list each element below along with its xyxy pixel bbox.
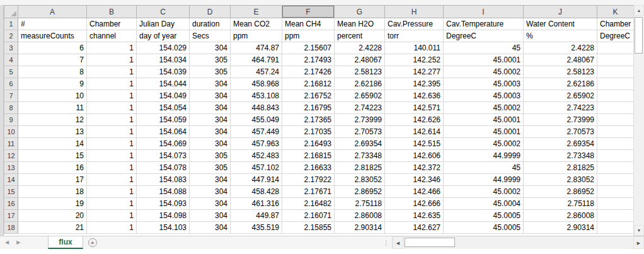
column-header-C[interactable]: C: [137, 6, 190, 18]
cell-G7[interactable]: 2.65902: [335, 90, 385, 102]
row-header-14[interactable]: 14: [4, 174, 18, 186]
cell-E4[interactable]: 464.791: [231, 54, 282, 66]
cell-C1[interactable]: Julian Day: [137, 18, 190, 30]
cell-C16[interactable]: 154.093: [137, 198, 190, 210]
cell-I10[interactable]: 45.0001: [444, 126, 524, 138]
cell-J5[interactable]: 2.58123: [524, 66, 597, 78]
cell-K2[interactable]: DegreeC: [597, 30, 634, 42]
cell-B6[interactable]: 1: [87, 78, 137, 90]
cell-D11[interactable]: 304: [190, 138, 231, 150]
cell-A16[interactable]: 19: [18, 198, 87, 210]
row-header-8[interactable]: 8: [4, 102, 18, 114]
cell-J11[interactable]: 2.69354: [524, 138, 597, 150]
cell-I12[interactable]: 44.9999: [444, 150, 524, 162]
cell-K16[interactable]: [597, 198, 634, 210]
cell-C3[interactable]: 154.029: [137, 42, 190, 54]
cell-B11[interactable]: 1: [87, 138, 137, 150]
cell-I6[interactable]: 45.0003: [444, 78, 524, 90]
cell-D7[interactable]: 304: [190, 90, 231, 102]
cell-B12[interactable]: 1: [87, 150, 137, 162]
cell-A14[interactable]: 17: [18, 174, 87, 186]
cell-D12[interactable]: 305: [190, 150, 231, 162]
cell-A9[interactable]: 12: [18, 114, 87, 126]
cell-I13[interactable]: 45: [444, 162, 524, 174]
cell-B8[interactable]: 1: [87, 102, 137, 114]
cell-K17[interactable]: [597, 210, 634, 222]
cell-B5[interactable]: 1: [87, 66, 137, 78]
cell-E13[interactable]: 457.102: [231, 162, 282, 174]
cell-A10[interactable]: 13: [18, 126, 87, 138]
cell-G2[interactable]: percent: [335, 30, 385, 42]
cell-J8[interactable]: 2.74223: [524, 102, 597, 114]
column-header-G[interactable]: G: [335, 6, 385, 18]
cell-F18[interactable]: 2.15855: [282, 222, 335, 234]
cell-K1[interactable]: Chamber: [597, 18, 634, 30]
cell-D1[interactable]: duration: [190, 18, 231, 30]
cell-B14[interactable]: 1: [87, 174, 137, 186]
cell-F17[interactable]: 2.16071: [282, 210, 335, 222]
cell-C8[interactable]: 154.054: [137, 102, 190, 114]
cell-I16[interactable]: 45.0004: [444, 198, 524, 210]
cell-H8[interactable]: 142.571: [385, 102, 444, 114]
cell-H5[interactable]: 142.277: [385, 66, 444, 78]
cell-G3[interactable]: 2.4228: [335, 42, 385, 54]
cell-K6[interactable]: [597, 78, 634, 90]
cell-I5[interactable]: 45.0002: [444, 66, 524, 78]
cell-I1[interactable]: Cav.Temperature: [444, 18, 524, 30]
cell-A15[interactable]: 18: [18, 186, 87, 198]
cell-F10[interactable]: 2.17035: [282, 126, 335, 138]
cell-C5[interactable]: 154.039: [137, 66, 190, 78]
cell-H6[interactable]: 142.395: [385, 78, 444, 90]
cell-I15[interactable]: 45.0002: [444, 186, 524, 198]
add-sheet-button[interactable]: +: [83, 236, 102, 249]
cell-C9[interactable]: 154.059: [137, 114, 190, 126]
cell-H14[interactable]: 142.346: [385, 174, 444, 186]
cell-K18[interactable]: [597, 222, 634, 234]
cell-K9[interactable]: [597, 114, 634, 126]
cell-J4[interactable]: 2.48067: [524, 54, 597, 66]
cell-B4[interactable]: 1: [87, 54, 137, 66]
cell-D6[interactable]: 304: [190, 78, 231, 90]
cell-K10[interactable]: [597, 126, 634, 138]
cell-F8[interactable]: 2.16795: [282, 102, 335, 114]
cell-A12[interactable]: 15: [18, 150, 87, 162]
cell-J6[interactable]: 2.62186: [524, 78, 597, 90]
cell-C7[interactable]: 154.049: [137, 90, 190, 102]
row-header-4[interactable]: 4: [4, 54, 18, 66]
cell-K4[interactable]: [597, 54, 634, 66]
cell-J17[interactable]: 2.86008: [524, 210, 597, 222]
cell-D16[interactable]: 304: [190, 198, 231, 210]
cell-F16[interactable]: 2.16482: [282, 198, 335, 210]
row-header-1[interactable]: 1: [4, 18, 18, 30]
cell-G4[interactable]: 2.48067: [335, 54, 385, 66]
cell-D10[interactable]: 304: [190, 126, 231, 138]
cell-K5[interactable]: [597, 66, 634, 78]
cell-G9[interactable]: 2.73999: [335, 114, 385, 126]
row-header-12[interactable]: 12: [4, 150, 18, 162]
cell-H11[interactable]: 142.515: [385, 138, 444, 150]
row-header-11[interactable]: 11: [4, 138, 18, 150]
horizontal-scrollbar[interactable]: ◀ ▶: [392, 236, 644, 249]
cell-H15[interactable]: 142.466: [385, 186, 444, 198]
row-header-10[interactable]: 10: [4, 126, 18, 138]
row-header-3[interactable]: 3: [4, 42, 18, 54]
cell-I9[interactable]: 45.0001: [444, 114, 524, 126]
column-header-A[interactable]: A: [18, 6, 87, 18]
scroll-right-button[interactable]: ▶: [633, 236, 644, 249]
cell-F11[interactable]: 2.16493: [282, 138, 335, 150]
cell-C4[interactable]: 154.034: [137, 54, 190, 66]
cell-I18[interactable]: 45.0005: [444, 222, 524, 234]
cell-H1[interactable]: Cav.Pressure: [385, 18, 444, 30]
cell-E1[interactable]: Mean CO2: [231, 18, 282, 30]
cell-E18[interactable]: 435.519: [231, 222, 282, 234]
vertical-scroll-track[interactable]: [634, 16, 644, 225]
cell-C6[interactable]: 154.044: [137, 78, 190, 90]
cell-H10[interactable]: 142.614: [385, 126, 444, 138]
cell-H2[interactable]: torr: [385, 30, 444, 42]
cell-F3[interactable]: 2.15607: [282, 42, 335, 54]
cell-F5[interactable]: 2.17426: [282, 66, 335, 78]
column-header-E[interactable]: E: [231, 6, 282, 18]
cell-A2[interactable]: measureCounts: [18, 30, 87, 42]
cell-B3[interactable]: 1: [87, 42, 137, 54]
cell-I3[interactable]: 45: [444, 42, 524, 54]
